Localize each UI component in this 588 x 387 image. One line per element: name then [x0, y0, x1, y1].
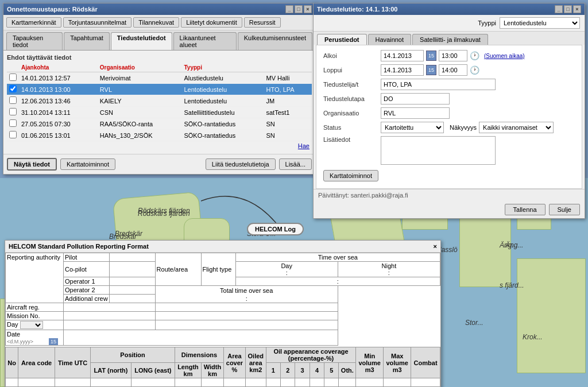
total-h[interactable]	[233, 295, 245, 302]
table-row[interactable]: 27.05.2015 07:30 RAA5/SÖKO-ranta SÖKO-ra…	[7, 118, 312, 130]
lisatiedot-textarea[interactable]	[381, 136, 496, 165]
detail-tab-perustiedot[interactable]: Perustiedot	[317, 34, 367, 45]
karttatoiminnot-btn[interactable]: Karttatoiminnot	[60, 158, 115, 170]
time-night-m[interactable]	[391, 269, 403, 276]
row-date-0: 14.01.2013 12:57	[19, 72, 98, 84]
organisaatio-input[interactable]	[381, 107, 450, 119]
row-date-1: 14.01.2013 13:00	[19, 84, 98, 95]
table-row[interactable]: 01.06.2015 13:01 HANs_130_2/SÖK SÖKO-ran…	[7, 130, 312, 141]
tab-kulkeutumisennusteet[interactable]: Kulkeutumisennusteet	[238, 32, 312, 50]
tiedustelijat-input[interactable]	[381, 79, 496, 90]
obs-ath-1[interactable]	[340, 380, 350, 386]
status-select[interactable]: Kartoitettu	[381, 122, 444, 133]
obs-len-1[interactable]	[176, 380, 194, 386]
nav-torjuntasuunnitelmat[interactable]: Torjuntasuunnitelmat	[63, 17, 132, 28]
day-select[interactable]	[20, 321, 43, 329]
obs-minv-1[interactable]	[357, 380, 372, 386]
detail-karttatoiminnot-btn[interactable]: Karttatoiminnot	[323, 170, 378, 181]
nakyvyys-select[interactable]: Kaikki viranomaiset	[479, 122, 554, 133]
time-night-h[interactable]	[376, 269, 387, 276]
alkoi-time-input[interactable]	[439, 50, 467, 61]
row-checkbox-1[interactable]	[9, 85, 17, 92]
hae-link[interactable]: Hae	[298, 142, 310, 149]
liita-btn[interactable]: Liitä tiedustelutietoja	[206, 158, 276, 170]
maximize-btn[interactable]: □	[295, 5, 303, 13]
helcom-log-button[interactable]: HELCOM Log	[247, 223, 304, 235]
total-m[interactable]	[249, 295, 260, 302]
obs-time-1[interactable]	[56, 380, 74, 386]
loppui-date-input[interactable]	[381, 64, 424, 76]
sulje-btn[interactable]: Sulje	[549, 204, 580, 215]
date-cal-btn[interactable]: 15	[49, 338, 58, 345]
obs-app1: 1	[266, 363, 280, 378]
tallenna-btn[interactable]: Tallenna	[505, 204, 546, 215]
nav-tilannekuvat[interactable]: Tilannekuvat	[133, 17, 179, 28]
tab-likaantuneet-alueet[interactable]: Likaantuneet alueet	[173, 32, 237, 50]
obs-a3-1[interactable]	[296, 380, 307, 386]
alkoi-date-input[interactable]	[381, 50, 424, 61]
table-row[interactable]: 14.01.2013 13:00 RVL Lentotiedustelu HTO…	[7, 84, 312, 95]
pilot-input[interactable]	[111, 255, 154, 261]
date-input[interactable]	[7, 339, 47, 345]
row-checkbox-0[interactable]	[9, 73, 17, 81]
nav-karttamerkinnät[interactable]: Karttamerkinnät	[6, 17, 61, 28]
obs-maxv-1[interactable]	[385, 380, 399, 386]
organisaatio-label: Organisaatio	[323, 110, 381, 117]
tab-tiedustelutiedot[interactable]: Tiedustelutiedot	[111, 32, 172, 50]
obs-oiled-1[interactable]	[247, 380, 261, 386]
obs-a2-1[interactable]	[282, 380, 292, 386]
tab-tapauksen-tiedot[interactable]: Tapauksen tiedot	[6, 32, 63, 50]
flight-type-input[interactable]	[233, 267, 265, 273]
row-checkbox-2[interactable]	[9, 96, 17, 104]
time-day-m[interactable]	[289, 269, 300, 276]
detail-close-btn[interactable]: ×	[573, 5, 581, 13]
row-type-1: Lentotiedustelu	[181, 84, 264, 95]
time-over-sea-label: Time over sea	[318, 254, 358, 261]
nav-resurssit[interactable]: Resurssit	[244, 17, 281, 28]
alkoi-cal-btn[interactable]: 15	[426, 51, 436, 61]
table-row[interactable]: 12.06.2013 13:46 KAIELY Lentotiedustelu …	[7, 95, 312, 107]
table-row[interactable]: 31.10.2014 13:11 CSN Satelliittitieduste…	[7, 107, 312, 118]
row-checkbox-3[interactable]	[9, 108, 17, 115]
row-checkbox-5[interactable]	[9, 131, 17, 138]
detail-tab-havainnot[interactable]: Havainnot	[368, 34, 412, 45]
obs-cov-1[interactable]	[225, 380, 237, 386]
obs-no-1[interactable]	[7, 380, 16, 386]
loppui-time-input[interactable]	[439, 64, 467, 76]
loppui-cal-btn[interactable]: 15	[426, 65, 436, 75]
nayta-tiedot-btn[interactable]: Näytä tiedot	[7, 158, 57, 171]
tyyppi-select[interactable]: Lentotiedustelu	[500, 17, 580, 29]
operator2-input[interactable]	[111, 288, 154, 293]
mission-no-input[interactable]	[65, 314, 154, 319]
obs-long-1[interactable]	[133, 380, 158, 386]
alkoi-clock-icon[interactable]: 🕐	[470, 51, 479, 60]
detail-tab-satelliitti[interactable]: Satelliitti- ja ilmakuvat	[412, 34, 488, 45]
co-pilot-input[interactable]	[111, 267, 154, 273]
loppui-clock-icon[interactable]: 🕐	[470, 65, 479, 75]
obs-lat-1[interactable]	[92, 380, 118, 386]
obs-wid-1[interactable]	[203, 380, 220, 386]
tiedustelutapa-input[interactable]	[381, 93, 450, 105]
minimize-btn[interactable]: _	[285, 5, 293, 13]
nav-liitetyt-dokumentit[interactable]: Liitetyt dokumentit	[181, 17, 242, 28]
lisaa-btn[interactable]: Lisää...	[279, 158, 312, 170]
aircraft-reg-input[interactable]	[65, 305, 154, 311]
row-checkbox-4[interactable]	[9, 119, 17, 127]
obs-a1-1[interactable]	[268, 380, 278, 386]
time-day-h[interactable]	[273, 269, 285, 276]
helcom-close-btn[interactable]: ×	[434, 243, 437, 250]
obs-area-1[interactable]	[20, 380, 34, 386]
close-btn[interactable]: ×	[304, 5, 312, 13]
suomi-aikaa-label[interactable]: (Suomen aikaa)	[484, 53, 531, 59]
row-date-2: 12.06.2013 13:46	[19, 95, 98, 107]
detail-minimize-btn[interactable]: _	[555, 5, 563, 13]
operator1-input[interactable]	[111, 279, 154, 285]
obs-a5-1[interactable]	[326, 380, 336, 386]
obs-comb-1[interactable]	[412, 380, 424, 386]
detail-maximize-btn[interactable]: □	[564, 5, 572, 13]
additional-crew-input[interactable]	[111, 296, 154, 302]
table-row[interactable]: 14.01.2013 12:57 Merivoimat Alustieduste…	[7, 72, 312, 84]
obs-a4-1[interactable]	[311, 380, 322, 386]
tab-tapahtumat[interactable]: Tapahtumat	[64, 32, 109, 50]
row-type-3: Satelliittitiedustelu	[181, 107, 264, 118]
